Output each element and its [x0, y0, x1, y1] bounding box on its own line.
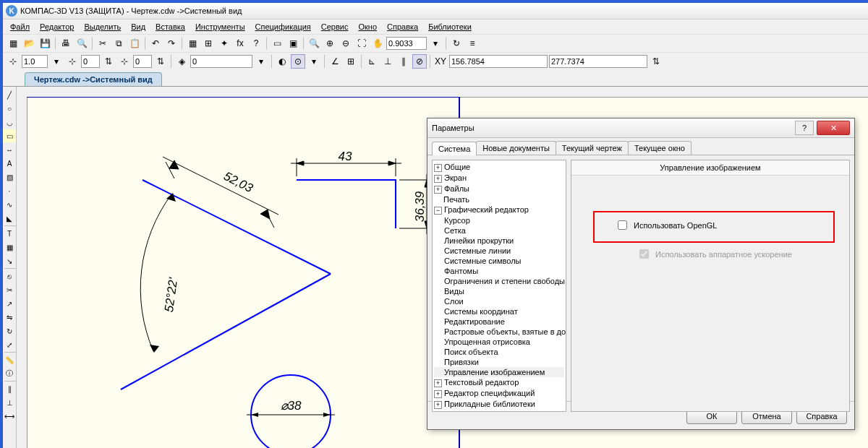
menu-view[interactable]: Вид: [127, 21, 150, 33]
menu-file[interactable]: Файл: [6, 21, 34, 33]
tree-scroll[interactable]: Линейки прокрутки: [434, 236, 564, 246]
layers-icon[interactable]: ≡: [465, 36, 480, 51]
fx-icon[interactable]: fx: [233, 36, 247, 51]
tree-textedit[interactable]: +Текстовый редактор: [434, 377, 564, 388]
step-icon[interactable]: ⇅: [153, 54, 168, 69]
snap-mid-icon[interactable]: ◐: [275, 54, 289, 69]
tree-syslines[interactable]: Системные линии: [434, 246, 564, 256]
dropdown-icon[interactable]: ▾: [254, 54, 268, 69]
linestyle-icon[interactable]: ⊹: [65, 54, 80, 69]
menu-help[interactable]: Справка: [383, 21, 422, 33]
tree-gedit[interactable]: −Графический редактор: [434, 204, 564, 215]
tab-newdocs[interactable]: Новые документы: [476, 141, 556, 155]
tree-layers[interactable]: Слои: [434, 296, 564, 306]
tree-applibs[interactable]: +Прикладные библиотеки: [434, 399, 564, 410]
print-icon[interactable]: 🖶: [59, 36, 73, 51]
angle-icon[interactable]: ∠: [328, 54, 342, 69]
dropdown-icon[interactable]: ▾: [428, 36, 443, 51]
para-icon[interactable]: ∥: [396, 54, 411, 69]
save-icon[interactable]: 💾: [38, 36, 52, 51]
menu-tools[interactable]: Инструменты: [191, 21, 250, 33]
snap-magnet-icon[interactable]: ⊙: [291, 54, 305, 69]
tree-snaps[interactable]: Привязки: [434, 357, 564, 367]
tree-syssym[interactable]: Системные символы: [434, 256, 564, 266]
table-icon[interactable]: ▦: [3, 241, 16, 254]
point-tool-icon[interactable]: ·: [3, 184, 16, 197]
step-icon[interactable]: ⇅: [101, 54, 116, 69]
step-icon[interactable]: ⇅: [649, 54, 663, 69]
arc-tool-icon[interactable]: ◡: [3, 116, 16, 129]
break-icon[interactable]: ⎋: [3, 270, 16, 283]
menu-window[interactable]: Окно: [354, 21, 381, 33]
snap-icon[interactable]: ✦: [217, 36, 231, 51]
view1-icon[interactable]: ▭: [270, 36, 284, 51]
tree-views[interactable]: Виды: [434, 286, 564, 296]
scale-icon[interactable]: ⤢: [3, 338, 16, 351]
num-input-1[interactable]: [81, 55, 100, 68]
view2-icon[interactable]: ▣: [286, 36, 300, 51]
spline-tool-icon[interactable]: ∿: [3, 198, 16, 211]
circle-tool-icon[interactable]: ○: [3, 102, 16, 115]
open-icon[interactable]: 📂: [22, 36, 36, 51]
zoom-in-icon[interactable]: ⊕: [323, 36, 337, 51]
zoom-window-icon[interactable]: 🔍: [307, 36, 321, 51]
grid-icon[interactable]: ⊞: [344, 54, 358, 69]
use-opengl-checkbox[interactable]: Использовать OpenGL: [615, 218, 717, 232]
dim2-icon[interactable]: ⟷: [3, 410, 16, 423]
leader-icon[interactable]: ↘: [3, 254, 16, 267]
preview-icon[interactable]: 🔍: [75, 36, 89, 51]
layer-input[interactable]: [190, 55, 252, 68]
text-tool-icon[interactable]: A: [3, 157, 16, 170]
menu-spec[interactable]: Спецификация: [251, 21, 315, 33]
tree-files[interactable]: +Файлы: [434, 184, 564, 194]
menu-service[interactable]: Сервис: [317, 21, 353, 33]
linestyle2-icon[interactable]: ⊹: [117, 54, 132, 69]
coord-x-input[interactable]: [449, 55, 548, 68]
tan-icon[interactable]: ⊘: [412, 54, 427, 69]
tree-display[interactable]: Управление изображением: [434, 367, 564, 377]
perp-icon[interactable]: ⊥: [380, 54, 395, 69]
copy-icon[interactable]: ⧉: [111, 36, 126, 51]
menu-edit[interactable]: Редактор: [35, 21, 78, 33]
tab-curdraw[interactable]: Текущий чертеж: [556, 141, 629, 155]
dropdown-icon[interactable]: ▾: [49, 54, 64, 69]
extend-icon[interactable]: ↗: [3, 297, 16, 310]
cut-icon[interactable]: ✂: [95, 36, 110, 51]
info-icon[interactable]: ⓘ: [3, 367, 16, 380]
line-tool-icon[interactable]: ╱: [3, 88, 16, 101]
dialog-titlebar[interactable]: Параметры ? ✕: [427, 119, 854, 138]
dropdown-icon[interactable]: ▾: [307, 54, 321, 69]
trim-icon[interactable]: ✂: [3, 283, 16, 296]
dialog-close-icon[interactable]: ✕: [817, 121, 850, 135]
tree-screen[interactable]: +Экран: [434, 173, 564, 184]
tab-curwin[interactable]: Текущее окно: [628, 141, 692, 155]
zoom-fit-icon[interactable]: ⛶: [354, 36, 369, 51]
chamfer-tool-icon[interactable]: ◣: [3, 212, 16, 225]
refresh-icon[interactable]: ↻: [449, 36, 464, 51]
ortho2-icon[interactable]: ⊾: [365, 54, 379, 69]
settings-tree[interactable]: +Общие +Экран +Файлы Печать −Графический…: [432, 160, 566, 412]
mirror-icon[interactable]: ⇋: [3, 311, 16, 324]
tree-print[interactable]: Печать: [434, 194, 564, 204]
redo-icon[interactable]: ↷: [164, 36, 179, 51]
new-doc-icon[interactable]: ▦: [6, 36, 20, 51]
tree-phantoms[interactable]: Фантомы: [434, 266, 564, 276]
tree-grid[interactable]: Сетка: [434, 225, 564, 236]
undo-icon[interactable]: ↶: [148, 36, 163, 51]
text2-icon[interactable]: T: [3, 227, 16, 240]
zoom-input[interactable]: [386, 37, 427, 50]
rotate-icon[interactable]: ↻: [3, 324, 16, 337]
rect-tool-icon[interactable]: ▭: [3, 129, 16, 142]
tab-current-document[interactable]: Чертеж.cdw ->Системный вид: [25, 72, 162, 86]
linewidth-input[interactable]: [22, 55, 48, 68]
use-opengl-input[interactable]: [618, 220, 627, 230]
grid-icon[interactable]: ▦: [185, 36, 200, 51]
pan-icon[interactable]: ✋: [370, 36, 385, 51]
tree-cursor[interactable]: Курсор: [434, 215, 564, 225]
coord-y-input[interactable]: [549, 55, 647, 68]
hatch-tool-icon[interactable]: ▨: [3, 171, 16, 184]
tree-specedit[interactable]: +Редактор спецификаций: [434, 388, 564, 399]
tab-system[interactable]: Система: [432, 142, 477, 155]
para2-icon[interactable]: ∥: [3, 382, 16, 395]
menu-insert[interactable]: Вставка: [151, 21, 190, 33]
